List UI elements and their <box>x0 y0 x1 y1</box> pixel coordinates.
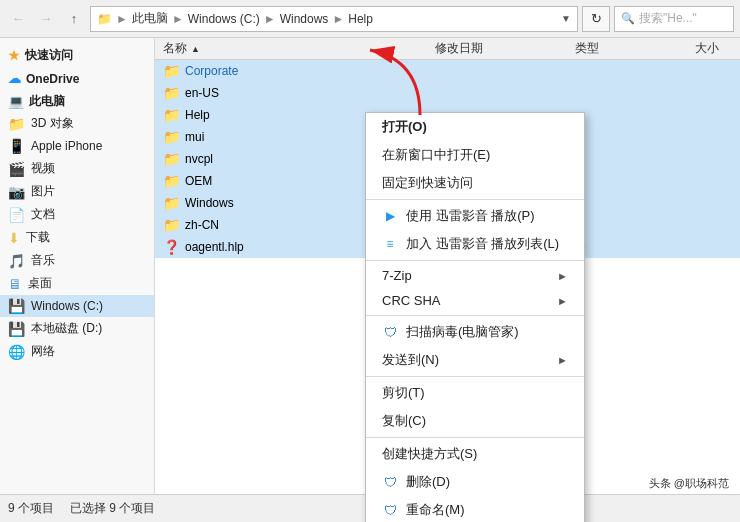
search-bar[interactable]: 🔍 搜索"He..." <box>614 6 734 32</box>
sidebar: ★ 快速访问 ☁ OneDrive 💻 此电脑 📁 3D 对象 📱 Apple … <box>0 38 155 494</box>
submenu-arrow-icon: ► <box>557 270 568 282</box>
folder-yellow-icon: 📁 <box>163 151 180 167</box>
sidebar-item-label: 网络 <box>31 343 55 360</box>
3dobjects-icon: 📁 <box>8 116 25 132</box>
ctx-open[interactable]: 打开(O) <box>366 113 584 141</box>
quick-access-label: 快速访问 <box>25 47 73 64</box>
onedrive-section[interactable]: ☁ OneDrive <box>0 66 154 88</box>
sidebar-item-local-d[interactable]: 💾 本地磁盘 (D:) <box>0 317 154 340</box>
ctx-open-new-window[interactable]: 在新窗口中打开(E) <box>366 141 584 169</box>
back-button[interactable]: ← <box>6 7 30 31</box>
col-header-date[interactable]: 修改日期 <box>435 40 575 57</box>
sidebar-item-network[interactable]: 🌐 网络 <box>0 340 154 363</box>
download-icon: ⬇ <box>8 230 20 246</box>
sidebar-item-video[interactable]: 🎬 视频 <box>0 157 154 180</box>
ctx-crc-sha[interactable]: CRC SHA ► <box>366 288 584 313</box>
shield-icon: 🛡 <box>382 325 398 340</box>
ctx-divider-1 <box>366 199 584 200</box>
sidebar-item-label: 下载 <box>26 229 50 246</box>
path-help: Help <box>348 12 373 26</box>
sidebar-item-downloads[interactable]: ⬇ 下载 <box>0 226 154 249</box>
thispc-section[interactable]: 💻 此电脑 <box>0 88 154 112</box>
quick-access-section: ★ 快速访问 <box>0 42 154 66</box>
ctx-scan-virus[interactable]: 🛡 扫描病毒(电脑管家) <box>366 318 584 346</box>
ctx-play-xunlei[interactable]: ▶ 使用 迅雷影音 播放(P) <box>366 202 584 230</box>
desktop-icon: 🖥 <box>8 276 22 292</box>
col-header-size[interactable]: 大小 <box>695 40 740 57</box>
sidebar-item-label: 本地磁盘 (D:) <box>31 320 102 337</box>
watermark: 头条 @职场科范 <box>646 475 732 492</box>
table-row[interactable]: 📁 en-US <box>155 82 740 104</box>
path-windows: Windows <box>280 12 329 26</box>
ctx-delete[interactable]: 🛡 删除(D) <box>366 468 584 496</box>
sidebar-item-label: 音乐 <box>31 252 55 269</box>
ctx-add-xunlei-playlist[interactable]: ≡ 加入 迅雷影音 播放列表(L) <box>366 230 584 258</box>
up-button[interactable]: ↑ <box>62 7 86 31</box>
network-icon: 🌐 <box>8 344 25 360</box>
doc-icon: 📄 <box>8 207 25 223</box>
context-menu: 打开(O) 在新窗口中打开(E) 固定到快速访问 ▶ 使用 迅雷影音 播放(P)… <box>365 112 585 522</box>
submenu-arrow-icon: ► <box>557 295 568 307</box>
ctx-divider-3 <box>366 315 584 316</box>
search-icon: 🔍 <box>621 12 635 25</box>
sort-arrow-icon: ▲ <box>191 44 200 54</box>
address-bar[interactable]: 📁 ► 此电脑 ► Windows (C:) ► Windows ► Help … <box>90 6 578 32</box>
cloud-icon: ☁ <box>8 71 21 86</box>
ctx-create-shortcut[interactable]: 创建快捷方式(S) <box>366 440 584 468</box>
folder-yellow-icon: 📁 <box>163 107 180 123</box>
path-c: Windows (C:) <box>188 12 260 26</box>
sidebar-item-label: 桌面 <box>28 275 52 292</box>
sidebar-item-docs[interactable]: 📄 文档 <box>0 203 154 226</box>
folder-yellow-icon: 📁 <box>163 195 180 211</box>
sidebar-item-label: Windows (C:) <box>31 299 103 313</box>
item-count: 9 个项目 <box>8 500 54 517</box>
iphone-icon: 📱 <box>8 138 25 154</box>
ctx-divider-4 <box>366 376 584 377</box>
col-header-type[interactable]: 类型 <box>575 40 695 57</box>
folder-yellow-icon: 📁 <box>163 217 180 233</box>
col-header-name[interactable]: 名称 ▲ <box>155 40 435 57</box>
sidebar-item-desktop[interactable]: 🖥 桌面 <box>0 272 154 295</box>
thispc-label: 此电脑 <box>29 93 65 110</box>
file-name-enus: 📁 en-US <box>155 85 435 101</box>
address-dropdown-icon[interactable]: ▼ <box>561 13 571 24</box>
refresh-button[interactable]: ↻ <box>582 6 610 32</box>
sidebar-item-music[interactable]: 🎵 音乐 <box>0 249 154 272</box>
sidebar-item-apple-iphone[interactable]: 📱 Apple iPhone <box>0 135 154 157</box>
help-file-icon: ❓ <box>163 239 180 255</box>
video-icon: 🎬 <box>8 161 25 177</box>
sidebar-item-label: 3D 对象 <box>31 115 74 132</box>
star-icon: ★ <box>8 48 20 63</box>
folder-icon: 📁 <box>97 12 112 26</box>
ctx-send-to[interactable]: 发送到(N) ► <box>366 346 584 374</box>
forward-button[interactable]: → <box>34 7 58 31</box>
ctx-divider-2 <box>366 260 584 261</box>
ctx-pin-quick-access[interactable]: 固定到快速访问 <box>366 169 584 197</box>
ctx-copy[interactable]: 复制(C) <box>366 407 584 435</box>
sidebar-item-windows-c[interactable]: 💾 Windows (C:) <box>0 295 154 317</box>
ctx-rename[interactable]: 🛡 重命名(M) <box>366 496 584 522</box>
sidebar-item-label: Apple iPhone <box>31 139 102 153</box>
pc-icon: 💻 <box>8 94 24 109</box>
file-list-header: 名称 ▲ 修改日期 类型 大小 <box>155 38 740 60</box>
submenu-arrow-icon: ► <box>557 354 568 366</box>
music-icon: 🎵 <box>8 253 25 269</box>
sidebar-item-images[interactable]: 📷 图片 <box>0 180 154 203</box>
onedrive-label: OneDrive <box>26 72 79 86</box>
sidebar-item-3dobjects[interactable]: 📁 3D 对象 <box>0 112 154 135</box>
folder-yellow-icon: 📁 <box>163 173 180 189</box>
ctx-cut[interactable]: 剪切(T) <box>366 379 584 407</box>
shield-delete-icon: 🛡 <box>382 475 398 490</box>
sidebar-item-label: 视频 <box>31 160 55 177</box>
ctx-7zip[interactable]: 7-Zip ► <box>366 263 584 288</box>
folder-blue-icon: 📁 <box>163 63 180 79</box>
sidebar-item-label: 图片 <box>31 183 55 200</box>
file-name-corporate: 📁 Corporate <box>155 63 435 79</box>
folder-yellow-icon: 📁 <box>163 85 180 101</box>
image-icon: 📷 <box>8 184 25 200</box>
shield-rename-icon: 🛡 <box>382 503 398 518</box>
title-bar: ← → ↑ 📁 ► 此电脑 ► Windows (C:) ► Windows ►… <box>0 0 740 38</box>
table-row[interactable]: 📁 Corporate <box>155 60 740 82</box>
sidebar-item-label: 文档 <box>31 206 55 223</box>
drive-d-icon: 💾 <box>8 321 25 337</box>
